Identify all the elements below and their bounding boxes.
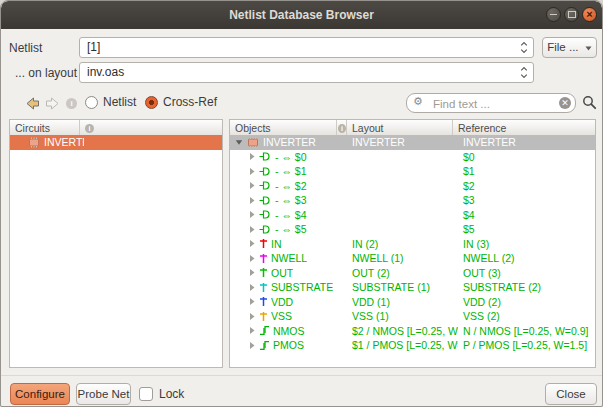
circuits-info-column-header[interactable]: i [80, 120, 222, 135]
expander-closed-icon[interactable] [248, 210, 256, 219]
lock-checkbox[interactable] [139, 387, 153, 401]
objects-tree-row[interactable]: - ⇔ $1$1 [230, 164, 595, 179]
objects-cell: VSS [271, 310, 292, 322]
netlist-mode-radio[interactable] [85, 96, 98, 109]
layout-cell: VSS (1) [347, 310, 458, 322]
reference-cell: VDD (2) [458, 296, 595, 308]
objects-cell: - ⇔ $1 [275, 165, 307, 177]
dropdown-arrow-icon [585, 46, 592, 51]
expander-open-icon[interactable] [235, 138, 243, 147]
device-icon [259, 341, 270, 350]
objects-tree-row[interactable]: NWELLNWELL (1)NWELL (2) [230, 251, 595, 266]
expander-closed-icon[interactable] [248, 297, 256, 306]
reference-cell: SUBSTRATE (2) [458, 281, 595, 293]
probe-net-button[interactable]: Probe Net [76, 383, 131, 405]
spinner-arrows-icon[interactable] [520, 38, 528, 57]
objects-cell: - ⇔ $5 [275, 223, 307, 235]
circuit-icon [246, 137, 260, 148]
objects-info-column-header[interactable]: i [337, 120, 347, 135]
circuit-icon [27, 137, 41, 148]
expander-closed-icon[interactable] [248, 254, 256, 263]
reference-cell: OUT (3) [458, 267, 595, 279]
info-icon: i [338, 124, 346, 133]
titlebar[interactable]: Netlist Database Browser × [1, 1, 602, 29]
objects-tree-row[interactable]: VSSVSS (1)VSS (2) [230, 309, 595, 324]
search-button[interactable] [582, 95, 597, 114]
objects-tree-row[interactable]: - ⇔ $3$3 [230, 193, 595, 208]
search-input[interactable] [431, 96, 553, 112]
crossref-mode-radio[interactable] [145, 96, 158, 109]
forward-button[interactable] [45, 96, 60, 114]
objects-tree-row[interactable]: VDDVDD (1)VDD (2) [230, 295, 595, 310]
objects-tree-row[interactable]: SUBSTRATESUBSTRATE (1)SUBSTRATE (2) [230, 280, 595, 295]
clear-search-icon[interactable]: ✕ [559, 97, 571, 109]
net-icon [259, 253, 268, 264]
reference-cell: $2 [458, 180, 595, 192]
close-icon: × [583, 8, 596, 20]
layout-combobox-value: inv.oas [87, 65, 124, 79]
objects-tree-row[interactable]: ININ (2)IN (3) [230, 237, 595, 252]
expander-closed-icon[interactable] [248, 312, 256, 321]
crossref-mode-label: Cross-Ref [163, 95, 217, 109]
netlist-database-browser-window: Netlist Database Browser × Netlist [1] F… [0, 0, 603, 407]
objects-cell: - ⇔ $0 [275, 151, 307, 163]
expander-closed-icon[interactable] [248, 196, 256, 205]
spinner-arrows-icon[interactable] [520, 63, 528, 82]
layout-cell: $2 / NMOS [L=0.25, W=0.9] [347, 325, 458, 337]
close-button[interactable]: Close [545, 383, 597, 405]
net-icon [259, 282, 268, 293]
objects-tree-row[interactable]: INVERTERINVERTERINVERTER [230, 135, 595, 150]
search-options-gear-icon[interactable]: ⚙ [413, 95, 423, 108]
file-menu-button[interactable]: File ... [542, 37, 597, 58]
forward-arrow-icon [45, 97, 60, 110]
net-icon [259, 296, 268, 307]
objects-cell: - ⇔ $4 [275, 209, 307, 221]
netlist-combobox-value: [1] [87, 40, 100, 54]
minimize-button[interactable] [546, 7, 561, 22]
expander-closed-icon[interactable] [248, 341, 256, 350]
expander-closed-icon[interactable] [248, 239, 256, 248]
expander-closed-icon[interactable] [248, 167, 256, 176]
expander-closed-icon[interactable] [248, 152, 256, 161]
objects-cell: NMOS [273, 325, 305, 337]
expander-closed-icon[interactable] [248, 181, 256, 190]
reference-column-header[interactable]: Reference [453, 120, 595, 135]
circuit-list-item[interactable]: INVERTER [10, 135, 222, 150]
window-title: Netlist Database Browser [1, 1, 602, 29]
reference-cell: $0 [458, 151, 595, 163]
circuits-list: INVERTER [10, 135, 222, 367]
objects-tree: INVERTERINVERTERINVERTER- ⇔ $0$0- ⇔ $1$1… [230, 135, 595, 367]
pin-icon [259, 181, 272, 190]
info-button[interactable]: i [66, 98, 77, 109]
objects-tree-row[interactable]: - ⇔ $2$2 [230, 179, 595, 194]
layout-column-header[interactable]: Layout [347, 120, 453, 135]
device-icon [259, 326, 270, 335]
layout-combobox[interactable]: inv.oas [79, 62, 534, 83]
configure-button[interactable]: Configure [10, 383, 70, 405]
reference-cell: NWELL (2) [458, 252, 595, 264]
objects-tree-row[interactable]: OUTOUT (2)OUT (3) [230, 266, 595, 281]
find-text-field[interactable]: ⚙ ✕ [406, 93, 576, 113]
netlist-mode-label: Netlist [103, 95, 136, 109]
objects-header: Objects i Layout Reference [230, 120, 595, 136]
expander-closed-icon[interactable] [248, 283, 256, 292]
file-menu-label: File ... [547, 41, 578, 53]
back-button[interactable] [25, 96, 40, 114]
reference-cell: P / PMOS [L=0.25, W=1.5] [458, 339, 595, 351]
expander-closed-icon[interactable] [248, 268, 256, 277]
expander-closed-icon[interactable] [248, 326, 256, 335]
close-window-button[interactable]: × [582, 7, 597, 22]
objects-tree-row[interactable]: - ⇔ $4$4 [230, 208, 595, 223]
objects-tree-row[interactable]: NMOS$2 / NMOS [L=0.25, W=0.9]N / NMOS [L… [230, 324, 595, 339]
objects-column-header[interactable]: Objects [230, 120, 337, 135]
netlist-combobox[interactable]: [1] [79, 37, 534, 58]
reference-cell: VSS (2) [458, 310, 595, 322]
reference-cell: $4 [458, 209, 595, 221]
objects-tree-row[interactable]: - ⇔ $5$5 [230, 222, 595, 237]
circuits-column-header[interactable]: Circuits [10, 120, 80, 135]
objects-tree-row[interactable]: PMOS$1 / PMOS [L=0.25, W=1.5]P / PMOS [L… [230, 338, 595, 353]
objects-cell: INVERTER [263, 136, 316, 148]
expander-closed-icon[interactable] [248, 225, 256, 234]
objects-tree-row[interactable]: - ⇔ $0$0 [230, 150, 595, 165]
maximize-button[interactable] [564, 7, 579, 22]
